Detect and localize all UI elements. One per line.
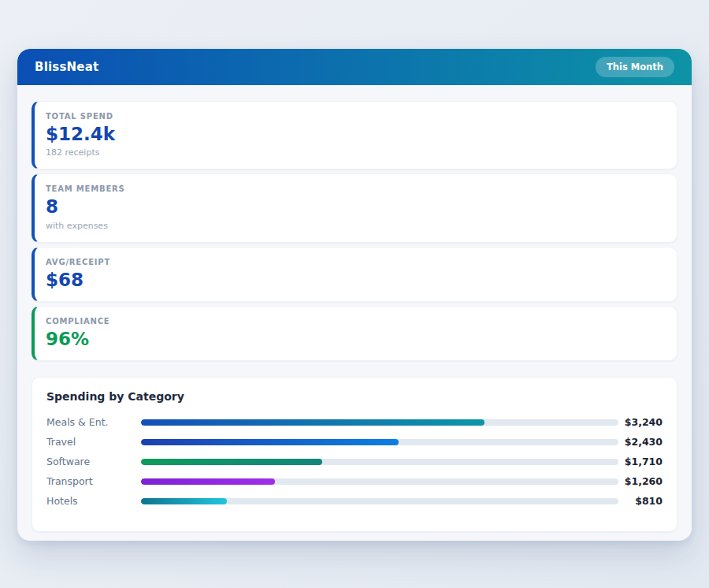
stat-subtext: 182 receipts bbox=[46, 147, 663, 158]
period-badge[interactable]: This Month bbox=[596, 57, 674, 77]
app-header: BlissNeat This Month bbox=[17, 49, 692, 85]
category-row: Transport $1,260 bbox=[46, 471, 663, 491]
stat-label: COMPLIANCE bbox=[46, 317, 663, 326]
stat-value: $12.4k bbox=[46, 125, 663, 144]
category-value: $3,240 bbox=[618, 416, 663, 428]
category-bar-track bbox=[141, 498, 618, 504]
category-label: Travel bbox=[46, 436, 141, 448]
category-bar-fill bbox=[141, 459, 322, 465]
category-row: Hotels $810 bbox=[46, 491, 663, 511]
stat-card-team-members: TEAM MEMBERS 8 with expenses bbox=[32, 173, 677, 242]
category-bar-track bbox=[141, 419, 618, 426]
category-label: Software bbox=[46, 456, 141, 467]
stat-card-avg-receipt: AVG/RECEIPT $68 bbox=[32, 247, 677, 302]
category-bar-fill bbox=[141, 478, 275, 485]
category-bar-fill bbox=[141, 498, 227, 504]
category-bar-track bbox=[141, 459, 618, 465]
category-label: Hotels bbox=[46, 495, 141, 507]
app-title: BlissNeat bbox=[35, 60, 98, 74]
category-label: Transport bbox=[46, 475, 141, 487]
spending-by-category-title: Spending by Category bbox=[46, 390, 663, 403]
stat-card-total-spend: TOTAL SPEND $12.4k 182 receipts bbox=[32, 101, 677, 169]
spending-by-category-card: Spending by Category Meals & Ent. $3,240… bbox=[32, 377, 677, 532]
stat-value: $68 bbox=[46, 270, 663, 290]
dashboard-panel: BlissNeat This Month TOTAL SPEND $12.4k … bbox=[17, 49, 692, 541]
category-row: Travel $2,430 bbox=[46, 432, 663, 452]
stat-label: AVG/RECEIPT bbox=[46, 258, 663, 266]
category-bar-track bbox=[141, 478, 618, 485]
main-content: TOTAL SPEND $12.4k 182 receipts TEAM MEM… bbox=[17, 85, 692, 532]
stat-subtext: with expenses bbox=[46, 221, 663, 231]
stat-card-compliance: COMPLIANCE 96% bbox=[32, 306, 677, 361]
category-row: Software $1,710 bbox=[46, 452, 663, 471]
category-row: Meals & Ent. $3,240 bbox=[46, 412, 663, 432]
category-bar-fill bbox=[141, 419, 484, 426]
category-value: $810 bbox=[618, 495, 663, 507]
category-label: Meals & Ent. bbox=[46, 416, 141, 428]
category-value: $2,430 bbox=[618, 436, 663, 448]
category-bar-list: Meals & Ent. $3,240 Travel $2,430 Softwa… bbox=[46, 412, 663, 511]
category-bar-track bbox=[141, 439, 618, 445]
stat-label: TOTAL SPEND bbox=[46, 112, 663, 121]
stat-label: TEAM MEMBERS bbox=[46, 184, 663, 193]
stat-value: 96% bbox=[46, 329, 663, 349]
category-bar-fill bbox=[141, 439, 399, 445]
stat-value: 8 bbox=[46, 197, 663, 217]
category-value: $1,710 bbox=[618, 456, 663, 467]
category-value: $1,260 bbox=[618, 475, 663, 487]
